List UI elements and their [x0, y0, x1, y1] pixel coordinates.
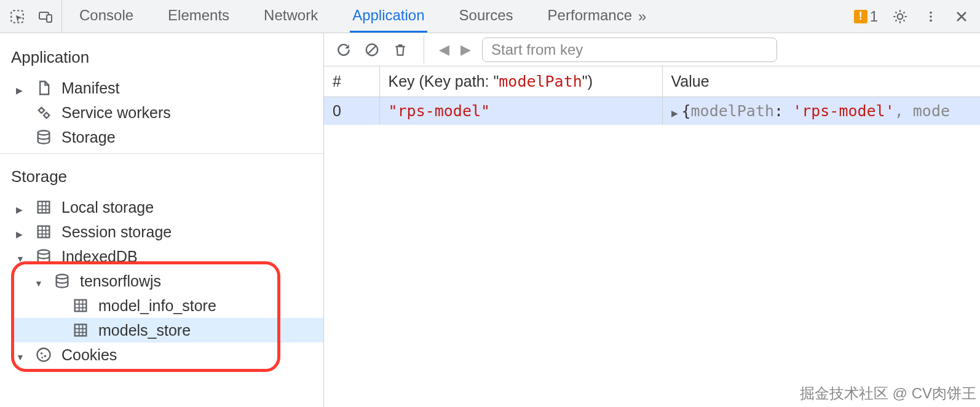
- grid-icon: [71, 321, 90, 339]
- cell-index: 0: [324, 97, 379, 125]
- disclosure-triangle-icon[interactable]: [16, 248, 26, 266]
- disclosure-triangle-icon[interactable]: [16, 79, 26, 97]
- sidebar-item-label: model_info_store: [98, 297, 216, 315]
- sidebar-item-cookies[interactable]: Cookies: [11, 342, 323, 367]
- cell-key: "rps-model": [379, 97, 662, 125]
- disclosure-triangle-icon[interactable]: [16, 223, 26, 241]
- sidebar-item-label: models_store: [98, 322, 191, 339]
- sidebar-item-label: Local storage: [61, 199, 154, 216]
- tab-application[interactable]: Application: [350, 0, 427, 33]
- disclosure-triangle-icon[interactable]: [16, 346, 26, 364]
- table-row[interactable]: 0"rps-model"▶{modelPath: 'rps-model', mo…: [324, 97, 980, 125]
- sidebar-item-indexeddb[interactable]: IndexedDB: [11, 244, 323, 269]
- sidebar-item-model-info-store[interactable]: model_info_store: [11, 293, 323, 318]
- grid-icon: [34, 198, 53, 216]
- sidebar-item-models-store[interactable]: models_store: [11, 318, 323, 342]
- refresh-button[interactable]: [335, 41, 352, 58]
- watermark-text: 掘金技术社区 @ CV肉饼王: [800, 384, 976, 403]
- tab-elements[interactable]: Elements: [165, 0, 232, 33]
- delete-button[interactable]: [392, 41, 409, 58]
- search-input[interactable]: [491, 41, 768, 58]
- sidebar-item-label: Service workers: [61, 104, 171, 122]
- gears-icon: [34, 103, 53, 122]
- sidebar-item-tensorflowjs[interactable]: tensorflowjs: [11, 269, 323, 293]
- close-devtools-icon[interactable]: [953, 8, 970, 25]
- tab-overflow-button[interactable]: »: [634, 8, 650, 25]
- sidebar-section-title: Application: [0, 44, 323, 76]
- issues-badge[interactable]: ! 1: [854, 8, 878, 25]
- grid-icon: [34, 223, 53, 241]
- tab-console[interactable]: Console: [77, 0, 136, 33]
- sidebar-item-label: tensorflowjs: [80, 272, 161, 290]
- sidebar-item-label: IndexedDB: [61, 248, 138, 266]
- tab-network[interactable]: Network: [261, 0, 320, 33]
- tab-performance[interactable]: Performance: [545, 0, 634, 33]
- issues-count: 1: [870, 8, 878, 25]
- sidebar-item-label: Session storage: [61, 223, 172, 241]
- grid-icon: [71, 296, 90, 315]
- sidebar-section-title: Storage: [0, 164, 323, 195]
- db-icon: [53, 272, 71, 290]
- sidebar-item-local-storage[interactable]: Local storage: [11, 195, 323, 219]
- sidebar-item-label: Cookies: [61, 346, 117, 364]
- column-header-index[interactable]: #: [324, 66, 379, 97]
- sidebar-item-manifest[interactable]: Manifest: [11, 76, 323, 100]
- search-input-wrapper: [482, 38, 777, 62]
- sidebar-item-label: Storage: [61, 128, 116, 146]
- settings-icon[interactable]: [891, 8, 909, 25]
- column-header-value[interactable]: Value: [662, 66, 980, 97]
- inspect-icon[interactable]: [9, 8, 26, 25]
- db-icon: [34, 128, 53, 146]
- disclosure-triangle-icon[interactable]: ▶: [671, 108, 682, 118]
- more-icon[interactable]: [922, 8, 939, 25]
- file-icon: [34, 79, 53, 97]
- disclosure-triangle-icon[interactable]: [34, 272, 44, 290]
- sidebar-item-service-workers[interactable]: Service workers: [11, 100, 323, 125]
- db-icon: [34, 247, 53, 266]
- tab-sources[interactable]: Sources: [457, 0, 516, 33]
- cookie-icon: [34, 346, 53, 364]
- cell-value: ▶{modelPath: 'rps-model', mode: [662, 97, 980, 125]
- sidebar-item-storage[interactable]: Storage: [11, 125, 323, 149]
- column-header-key[interactable]: Key (Key path: "modelPath"): [379, 66, 662, 97]
- prev-page-button[interactable]: ◀: [439, 42, 449, 58]
- clear-button[interactable]: [363, 41, 381, 58]
- disclosure-triangle-icon[interactable]: [16, 199, 26, 216]
- sidebar-item-label: Manifest: [61, 79, 119, 97]
- warning-icon: !: [854, 10, 867, 23]
- sidebar-item-session-storage[interactable]: Session storage: [11, 219, 323, 244]
- next-page-button[interactable]: ▶: [460, 42, 471, 58]
- device-toggle-icon[interactable]: [37, 8, 54, 25]
